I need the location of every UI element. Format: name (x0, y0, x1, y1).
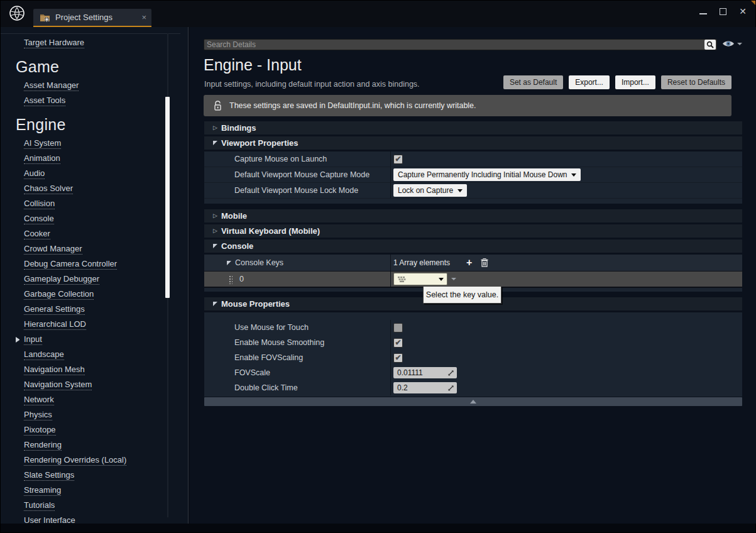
property-label: Enable Mouse Smoothing (204, 335, 390, 350)
search-button[interactable] (704, 40, 716, 50)
property-row-default-viewport-mouse-lock-mode: Default Viewport Mouse Lock Mode Lock on… (204, 183, 742, 199)
sidebar-item-chaos-solver[interactable]: Chaos Solver (1, 181, 180, 196)
collapse-panel-bar[interactable] (204, 397, 742, 406)
property-row-capture-mouse-on-launch: Capture Mouse on Launch ✔ (204, 151, 742, 167)
drag-slider-icon (447, 370, 454, 376)
tab-project-settings[interactable]: Project Settings × (33, 9, 151, 26)
window-corner-accent (751, 1, 755, 5)
sidebar-item-input[interactable]: Input (1, 332, 180, 347)
sidebar-item-rendering[interactable]: Rendering (1, 437, 180, 453)
trash-icon (481, 258, 488, 267)
section-header-mobile[interactable]: ▷ Mobile (204, 209, 742, 223)
sidebar-item-audio[interactable]: Audio (1, 166, 180, 181)
mouse-lock-mode-dropdown[interactable]: Lock on Capture (393, 184, 467, 197)
sidebar-item-label: General Settings (24, 304, 85, 315)
property-row-use-mouse-for-touch: Use Mouse for Touch ✔ (204, 320, 742, 335)
search-input[interactable] (207, 40, 697, 50)
sidebar-item-target-hardware[interactable]: Target Hardware (1, 35, 180, 50)
sidebar-item-slate-settings[interactable]: Slate Settings (1, 468, 180, 483)
property-label: Use Mouse for Touch (204, 320, 390, 335)
double-click-time-input[interactable]: 0.2 (393, 382, 457, 393)
section-header-bindings[interactable]: ▷ Bindings (204, 121, 742, 135)
sidebar-item-asset-tools[interactable]: Asset Tools (1, 93, 180, 108)
sidebar-item-navigation-system[interactable]: Navigation System (1, 377, 180, 392)
sidebar-item-label: Physics (24, 410, 52, 420)
sidebar-item-general-settings[interactable]: General Settings (1, 302, 180, 317)
drag-handle[interactable] (229, 275, 233, 284)
sidebar-item-animation[interactable]: Animation (1, 151, 180, 166)
sidebar-item-console[interactable]: Console (1, 211, 180, 226)
sidebar-item-streaming[interactable]: Streaming (1, 483, 180, 498)
sidebar-scrollbar-thumb[interactable] (165, 97, 170, 298)
titlebar: Project Settings × ✕ (1, 1, 755, 27)
sidebar-item-rendering-overrides-local[interactable]: Rendering Overrides (Local) (1, 453, 180, 468)
element-options-chevron-icon[interactable] (451, 278, 456, 280)
sidebar-item-label: Rendering Overrides (Local) (24, 455, 126, 466)
capture-mouse-on-launch-checkbox[interactable]: ✔ (393, 155, 403, 164)
maximize-button[interactable] (720, 8, 726, 15)
collapsed-arrow-icon: ▷ (213, 213, 217, 219)
header-buttons: Set as Default Export... Import... Reset… (503, 75, 731, 89)
sidebar-item-navigation-mesh[interactable]: Navigation Mesh (1, 362, 180, 377)
sidebar-item-garbage-collection[interactable]: Garbage Collection (1, 287, 180, 302)
section-label: Mouse Properties (221, 299, 290, 309)
tab-close-icon[interactable]: × (141, 13, 146, 22)
use-mouse-for-touch-checkbox[interactable]: ✔ (393, 323, 403, 332)
sidebar-item-label: AI System (24, 138, 61, 149)
export-button[interactable]: Export... (569, 75, 610, 89)
delete-array-button[interactable] (481, 258, 488, 267)
details-panel: Engine - Input Input settings, including… (189, 27, 756, 524)
set-as-default-button[interactable]: Set as Default (503, 75, 563, 89)
sidebar-item-label: Chaos Solver (24, 184, 73, 194)
sidebar-item-network[interactable]: Network (1, 392, 180, 407)
property-row-fov-scale: FOVScale 0.01111 (204, 365, 742, 380)
enable-mouse-smoothing-checkbox[interactable]: ✔ (393, 338, 403, 348)
view-options-button[interactable] (722, 40, 742, 48)
sidebar-section-header-engine: Engine (1, 108, 180, 136)
section-header-console[interactable]: Console (204, 239, 742, 253)
sidebar-section-header-game: Game (1, 50, 180, 78)
sidebar-item-gameplay-debugger[interactable]: Gameplay Debugger (1, 272, 180, 287)
import-button[interactable]: Import... (615, 75, 655, 89)
mouse-capture-mode-dropdown[interactable]: Capture Permanently Including Initial Mo… (393, 168, 581, 181)
sidebar-item-pixotope[interactable]: Pixotope (1, 422, 180, 437)
sidebar-item-crowd-manager[interactable]: Crowd Manager (1, 241, 180, 256)
fov-scale-input[interactable]: 0.01111 (393, 367, 457, 378)
section-header-viewport-properties[interactable]: Viewport Properties (204, 136, 742, 150)
sidebar-item-label: Audio (24, 168, 45, 179)
expanded-arrow-icon (213, 244, 217, 248)
reset-to-defaults-button[interactable]: Reset to Defaults (661, 75, 731, 89)
sidebar-item-user-interface[interactable]: User Interface (1, 513, 180, 524)
minimize-button[interactable] (699, 13, 707, 14)
expanded-arrow-icon (213, 302, 217, 306)
sidebar-item-ai-system[interactable]: AI System (1, 136, 180, 151)
sidebar-item-label: Debug Camera Controller (24, 259, 117, 270)
chevron-down-icon (439, 278, 444, 281)
sidebar-item-asset-manager[interactable]: Asset Manager (1, 78, 180, 93)
chevron-down-icon (737, 43, 742, 45)
sidebar-item-collision[interactable]: Collision (1, 196, 180, 211)
property-label: Double Click Time (204, 380, 390, 395)
property-label: Enable FOVScaling (204, 350, 390, 365)
console-keys-row: Console Keys 1 Array elements + (204, 255, 742, 272)
sidebar-item-hierarchical-lod[interactable]: Hierarchical LOD (1, 317, 180, 332)
sidebar-item-label: Navigation System (24, 380, 92, 390)
tab-label: Project Settings (55, 13, 141, 22)
number-value: 0.01111 (397, 368, 423, 377)
sidebar-item-landscape[interactable]: Landscape (1, 347, 180, 362)
section-body-viewport-properties: Capture Mouse on Launch ✔ Default Viewpo… (204, 151, 742, 204)
sidebar-item-debug-camera-controller[interactable]: Debug Camera Controller (1, 256, 180, 272)
property-label: Console Keys (235, 258, 283, 267)
sidebar-item-label: Garbage Collection (24, 289, 94, 300)
sidebar-item-label: Target Hardware (24, 38, 84, 48)
console-key-dropdown[interactable] (393, 273, 447, 285)
close-button[interactable]: ✕ (739, 4, 747, 18)
sidebar-item-cooker[interactable]: Cooker (1, 226, 180, 241)
enable-fov-scaling-checkbox[interactable]: ✔ (393, 353, 403, 363)
section-body-mouse-properties: Use Mouse for Touch ✔ Enable Mouse Smoot… (204, 312, 742, 397)
sidebar-item-tutorials[interactable]: Tutorials (1, 498, 180, 513)
collapse-up-icon (470, 400, 476, 404)
section-header-virtual-keyboard[interactable]: ▷ Virtual Keyboard (Mobile) (204, 224, 742, 238)
sidebar-item-physics[interactable]: Physics (1, 407, 180, 422)
add-array-element-button[interactable]: + (466, 258, 472, 268)
